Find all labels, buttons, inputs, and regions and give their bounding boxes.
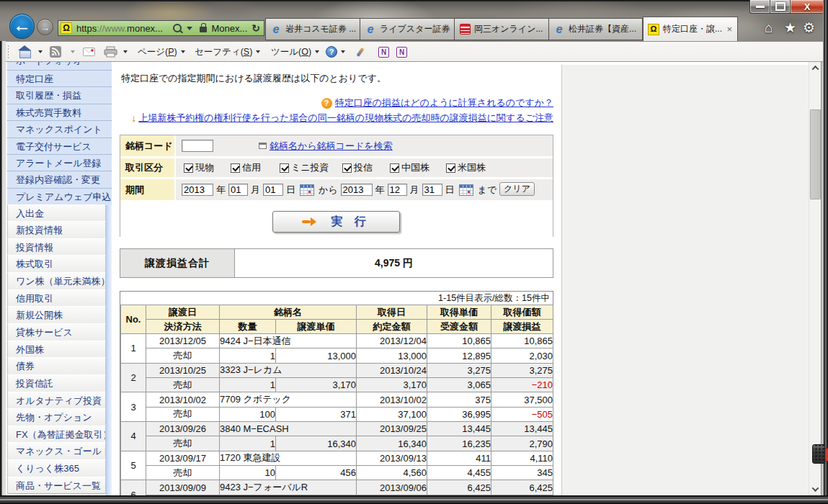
toolbar-grip[interactable] [7, 45, 9, 59]
home-dropdown[interactable] [38, 42, 43, 62]
type-checkbox-group[interactable]: 中国株 [390, 161, 429, 174]
vertical-scrollbar[interactable] [809, 62, 821, 495]
ie-favicon: e [368, 24, 374, 35]
sidebar-subitem[interactable]: アラートメール登録 [7, 155, 112, 171]
checkbox-checked-icon[interactable] [231, 163, 240, 173]
sidebar-item[interactable]: 入出金 [7, 204, 106, 222]
minimize-button[interactable] [749, 0, 770, 14]
sidebar-item[interactable]: 投資信託 [7, 374, 106, 392]
refresh-icon[interactable]: ↻ [251, 23, 260, 33]
address-bar[interactable]: Ω https://www.monex... Monex... ↻ [58, 20, 264, 36]
browser-tab[interactable]: e松井証券【資産... [548, 18, 643, 40]
browser-tab[interactable]: eライブスター証券 [360, 18, 454, 40]
home-page-button[interactable] [19, 42, 31, 62]
sidebar-item[interactable]: 外国株 [7, 341, 106, 359]
checkbox-checked-icon[interactable] [446, 163, 455, 173]
print-dropdown[interactable] [123, 42, 128, 62]
sidebar-item[interactable]: FX（為替証拠金取引） [7, 426, 106, 444]
sidebar-subitem[interactable]: プレミアムウェブ申込 [7, 189, 112, 205]
menu-tools[interactable]: ツール(O) [271, 42, 319, 62]
help-button[interactable]: ? [326, 42, 337, 62]
type-checkbox-group[interactable]: 信用 [231, 161, 261, 174]
settings-button[interactable]: ⚙ [803, 21, 815, 35]
onenote-linked-button[interactable]: N [396, 42, 407, 62]
pen-tool-button[interactable] [359, 42, 362, 62]
total-box: 譲渡損益合計 4,975 円 [120, 248, 553, 278]
sidebar-subitem[interactable]: 電子交付サービス [7, 138, 112, 155]
sidebar-item[interactable]: くりっく株365 [7, 459, 106, 477]
code-search-link[interactable]: 銘柄名から銘柄コードを検索 [270, 140, 393, 153]
feeds-button[interactable] [50, 42, 61, 62]
clear-button[interactable]: クリア [499, 182, 535, 196]
help-link[interactable]: 特定口座の損益はどのように計算されるのですか？ [335, 96, 553, 109]
favorites-button[interactable]: ★ [784, 21, 796, 35]
cell-acq-amount: 37,500 [491, 392, 553, 407]
sidebar-item[interactable]: 投資情報 [7, 238, 106, 256]
execute-button[interactable]: 実 行 [272, 211, 400, 233]
browser-tab[interactable]: 岡三オンライン... [454, 18, 548, 40]
sidebar-item[interactable]: 新投資情報 [7, 221, 106, 239]
tab-close-icon[interactable]: × [726, 24, 732, 34]
sidebar-subitem[interactable]: 取引履歴・損益 [7, 87, 112, 104]
print-button[interactable] [104, 42, 117, 62]
type-checkbox-group[interactable]: 米国株 [446, 161, 486, 174]
notice-link[interactable]: 上場新株予約権の権利行使を行った場合の同一銘柄の現物株式の売却時の譲渡損益に関す… [138, 112, 553, 125]
desktop-widget-handle[interactable] [812, 444, 825, 464]
sidebar-item[interactable]: 先物・オプション [7, 408, 106, 426]
type-checkbox-group[interactable]: 投信 [342, 161, 373, 174]
sidebar-item[interactable]: オルタナティブ投資 [7, 392, 106, 410]
cell-qty: 1 [220, 378, 276, 392]
code-input[interactable] [182, 140, 213, 152]
cell-transfer-date: 2013/10/02 [146, 392, 220, 407]
close-button[interactable]: X [790, 0, 824, 14]
maximize-button[interactable] [770, 0, 790, 14]
sidebar-item[interactable]: マネックス・ゴールド [7, 442, 106, 460]
period-to-day-input[interactable] [422, 184, 442, 196]
calendar-icon[interactable] [300, 184, 314, 196]
checkbox-checked-icon[interactable] [280, 163, 289, 173]
sidebar-item[interactable]: ワン株（単元未満株） [7, 272, 106, 290]
tab-label: ライブスター証券 [380, 23, 450, 35]
period-from-day-input[interactable] [263, 184, 283, 196]
sidebar-subitem[interactable]: 登録内容確認・変更 [7, 171, 112, 188]
checkbox-checked-icon[interactable] [342, 163, 352, 173]
menu-page[interactable]: ページ(P) [138, 42, 185, 62]
sidebar-item[interactable]: 新規公開株 [7, 306, 106, 324]
sidebar-item[interactable]: 株式取引 [7, 255, 106, 273]
checkbox-checked-icon[interactable] [390, 163, 399, 173]
scroll-up-button[interactable] [809, 62, 822, 74]
chevron-down-icon [256, 50, 260, 53]
menu-safety[interactable]: セーフティ(S) [195, 42, 260, 62]
sidebar-item[interactable]: 貸株サービス [7, 323, 106, 341]
sidebar-item[interactable]: 債券 [7, 357, 106, 375]
feeds-dropdown[interactable] [71, 42, 75, 62]
certificate-name[interactable]: Monex... [211, 23, 247, 34]
scroll-down-button[interactable] [809, 483, 822, 495]
period-to-month-input[interactable] [388, 184, 407, 196]
forward-button[interactable]: → [37, 19, 53, 35]
sidebar-item[interactable]: 商品・サービス一覧 [7, 477, 106, 495]
browser-tab[interactable]: e岩井コスモ証券 ... [265, 18, 360, 40]
sidebar-subitem[interactable]: 株式売買手数料 [7, 104, 112, 121]
table-row: 42013/09/263840 M−ECASH2013/09/2513,4451… [121, 422, 553, 436]
help-dropdown[interactable] [341, 42, 345, 62]
period-to-year-input[interactable] [341, 184, 373, 196]
sidebar-subitem[interactable]: ポートフォリオ [7, 62, 112, 71]
calendar-icon[interactable] [459, 184, 473, 196]
type-checkbox-group[interactable]: 現物 [184, 161, 214, 174]
period-from-month-input[interactable] [228, 184, 248, 196]
back-button[interactable]: ← [9, 14, 35, 39]
sidebar-subitem[interactable]: 特定口座 [7, 71, 112, 87]
type-checkbox-group[interactable]: ミニ投資 [280, 161, 329, 174]
read-mail-button[interactable] [83, 42, 95, 62]
search-icon[interactable] [173, 24, 182, 32]
checkbox-checked-icon[interactable] [184, 163, 193, 173]
address-dropdown-icon[interactable] [187, 27, 192, 30]
onenote-send-button[interactable]: N [378, 42, 389, 62]
scrollbar-thumb[interactable] [810, 109, 821, 199]
home-button[interactable]: ⌂ [765, 21, 773, 35]
browser-tab[interactable]: Ω特定口座・譲...× [643, 17, 738, 41]
sidebar-item[interactable]: 信用取引 [7, 289, 106, 307]
period-from-year-input[interactable] [182, 184, 213, 196]
sidebar-subitem[interactable]: マネックスポイント [7, 121, 112, 138]
